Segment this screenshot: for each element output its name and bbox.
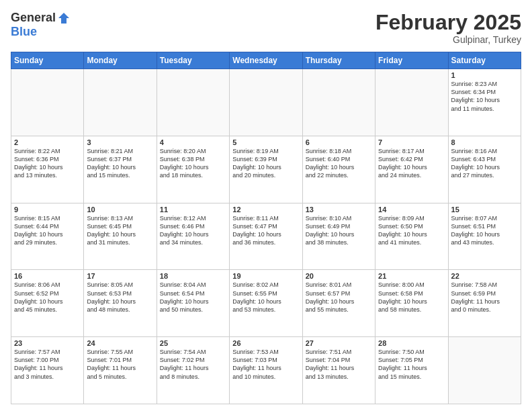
day-number: 11 [160,205,226,214]
calendar-table: SundayMondayTuesdayWednesdayThursdayFrid… [11,52,521,404]
day-number: 23 [14,339,81,347]
calendar-cell: 24Sunrise: 7:55 AM Sunset: 7:01 PM Dayli… [84,337,157,404]
day-info: Sunrise: 8:19 AM Sunset: 6:39 PM Dayligh… [232,147,299,180]
day-info: Sunrise: 8:20 AM Sunset: 6:38 PM Dayligh… [160,147,226,180]
day-number: 2 [14,138,81,146]
calendar-cell [230,69,302,136]
calendar-cell: 9Sunrise: 8:15 AM Sunset: 6:44 PM Daylig… [11,203,84,270]
day-number: 21 [378,272,445,280]
day-number: 22 [451,272,518,280]
calendar-subtitle: Gulpinar, Turkey [375,34,521,45]
day-info: Sunrise: 8:10 AM Sunset: 6:49 PM Dayligh… [306,214,372,247]
day-number: 15 [451,205,518,214]
header-sunday: Sunday [11,52,84,69]
day-number: 12 [232,205,299,214]
day-info: Sunrise: 8:17 AM Sunset: 6:42 PM Dayligh… [378,147,445,180]
day-info: Sunrise: 8:16 AM Sunset: 6:43 PM Dayligh… [451,147,518,180]
svg-marker-0 [58,13,69,24]
day-info: Sunrise: 8:01 AM Sunset: 6:57 PM Dayligh… [306,281,372,314]
day-number: 18 [160,272,226,280]
calendar-title: February 2025 [375,11,521,34]
day-number: 10 [87,205,153,214]
week-row-3: 9Sunrise: 8:15 AM Sunset: 6:44 PM Daylig… [11,203,521,270]
day-info: Sunrise: 7:51 AM Sunset: 7:04 PM Dayligh… [306,348,372,381]
header-saturday: Saturday [448,52,521,69]
day-info: Sunrise: 8:02 AM Sunset: 6:55 PM Dayligh… [232,281,299,314]
calendar-cell: 13Sunrise: 8:10 AM Sunset: 6:49 PM Dayli… [302,203,375,270]
day-number: 20 [306,272,372,280]
day-number: 4 [160,138,226,146]
calendar-cell: 16Sunrise: 8:06 AM Sunset: 6:52 PM Dayli… [11,270,84,337]
week-row-5: 23Sunrise: 7:57 AM Sunset: 7:00 PM Dayli… [11,337,521,404]
calendar-cell: 12Sunrise: 8:11 AM Sunset: 6:47 PM Dayli… [230,203,302,270]
calendar-cell: 10Sunrise: 8:13 AM Sunset: 6:45 PM Dayli… [84,203,157,270]
day-info: Sunrise: 7:50 AM Sunset: 7:05 PM Dayligh… [378,348,445,381]
day-number: 3 [87,138,153,146]
day-info: Sunrise: 7:58 AM Sunset: 6:59 PM Dayligh… [451,281,518,314]
calendar-cell: 17Sunrise: 8:05 AM Sunset: 6:53 PM Dayli… [84,270,157,337]
calendar-header-row: SundayMondayTuesdayWednesdayThursdayFrid… [11,52,521,69]
day-number: 19 [232,272,299,280]
calendar-cell: 22Sunrise: 7:58 AM Sunset: 6:59 PM Dayli… [448,270,521,337]
calendar-cell: 1Sunrise: 8:23 AM Sunset: 6:34 PM Daylig… [448,69,521,136]
calendar-cell: 28Sunrise: 7:50 AM Sunset: 7:05 PM Dayli… [375,337,448,404]
calendar-cell: 2Sunrise: 8:22 AM Sunset: 6:36 PM Daylig… [11,136,84,203]
week-row-2: 2Sunrise: 8:22 AM Sunset: 6:36 PM Daylig… [11,136,521,203]
week-row-4: 16Sunrise: 8:06 AM Sunset: 6:52 PM Dayli… [11,270,521,337]
header-friday: Friday [375,52,448,69]
day-number: 16 [14,272,81,280]
calendar-cell: 20Sunrise: 8:01 AM Sunset: 6:57 PM Dayli… [302,270,375,337]
calendar-cell: 8Sunrise: 8:16 AM Sunset: 6:43 PM Daylig… [448,136,521,203]
day-info: Sunrise: 7:54 AM Sunset: 7:02 PM Dayligh… [160,348,226,381]
calendar-cell: 19Sunrise: 8:02 AM Sunset: 6:55 PM Dayli… [230,270,302,337]
calendar-cell [448,337,521,404]
day-number: 1 [451,71,518,79]
day-info: Sunrise: 7:55 AM Sunset: 7:01 PM Dayligh… [87,348,153,381]
day-info: Sunrise: 8:05 AM Sunset: 6:53 PM Dayligh… [87,281,153,314]
calendar-cell: 25Sunrise: 7:54 AM Sunset: 7:02 PM Dayli… [157,337,229,404]
calendar-cell: 5Sunrise: 8:19 AM Sunset: 6:39 PM Daylig… [230,136,302,203]
calendar-cell [11,69,84,136]
day-number: 9 [14,205,81,214]
day-info: Sunrise: 8:07 AM Sunset: 6:51 PM Dayligh… [451,214,518,247]
day-info: Sunrise: 8:23 AM Sunset: 6:34 PM Dayligh… [451,80,518,113]
day-number: 13 [306,205,372,214]
day-info: Sunrise: 8:18 AM Sunset: 6:40 PM Dayligh… [306,147,372,180]
title-block: February 2025 Gulpinar, Turkey [375,11,521,45]
calendar-cell: 18Sunrise: 8:04 AM Sunset: 6:54 PM Dayli… [157,270,229,337]
calendar-cell: 11Sunrise: 8:12 AM Sunset: 6:46 PM Dayli… [157,203,229,270]
calendar-cell [375,69,448,136]
logo-blue-text: Blue [11,25,37,39]
calendar-cell: 4Sunrise: 8:20 AM Sunset: 6:38 PM Daylig… [157,136,229,203]
day-number: 7 [378,138,445,146]
calendar-cell: 14Sunrise: 8:09 AM Sunset: 6:50 PM Dayli… [375,203,448,270]
page: General Blue February 2025 Gulpinar, Tur… [0,0,532,411]
day-info: Sunrise: 8:22 AM Sunset: 6:36 PM Dayligh… [14,147,81,180]
calendar-cell: 7Sunrise: 8:17 AM Sunset: 6:42 PM Daylig… [375,136,448,203]
day-info: Sunrise: 8:09 AM Sunset: 6:50 PM Dayligh… [378,214,445,247]
header-wednesday: Wednesday [230,52,302,69]
calendar-cell: 26Sunrise: 7:53 AM Sunset: 7:03 PM Dayli… [230,337,302,404]
logo-icon [57,11,71,25]
day-info: Sunrise: 8:13 AM Sunset: 6:45 PM Dayligh… [87,214,153,247]
calendar-cell: 21Sunrise: 8:00 AM Sunset: 6:58 PM Dayli… [375,270,448,337]
header: General Blue February 2025 Gulpinar, Tur… [11,11,521,45]
day-number: 14 [378,205,445,214]
calendar-cell: 6Sunrise: 8:18 AM Sunset: 6:40 PM Daylig… [302,136,375,203]
header-tuesday: Tuesday [157,52,229,69]
day-number: 27 [306,339,372,347]
header-thursday: Thursday [302,52,375,69]
day-info: Sunrise: 7:53 AM Sunset: 7:03 PM Dayligh… [232,348,299,381]
calendar-cell [302,69,375,136]
calendar-cell [157,69,229,136]
day-info: Sunrise: 8:21 AM Sunset: 6:37 PM Dayligh… [87,147,153,180]
day-number: 28 [378,339,445,347]
day-number: 8 [451,138,518,146]
week-row-1: 1Sunrise: 8:23 AM Sunset: 6:34 PM Daylig… [11,69,521,136]
calendar-cell: 15Sunrise: 8:07 AM Sunset: 6:51 PM Dayli… [448,203,521,270]
calendar-cell: 27Sunrise: 7:51 AM Sunset: 7:04 PM Dayli… [302,337,375,404]
day-info: Sunrise: 8:04 AM Sunset: 6:54 PM Dayligh… [160,281,226,314]
day-number: 17 [87,272,153,280]
day-info: Sunrise: 8:06 AM Sunset: 6:52 PM Dayligh… [14,281,81,314]
day-number: 6 [306,138,372,146]
